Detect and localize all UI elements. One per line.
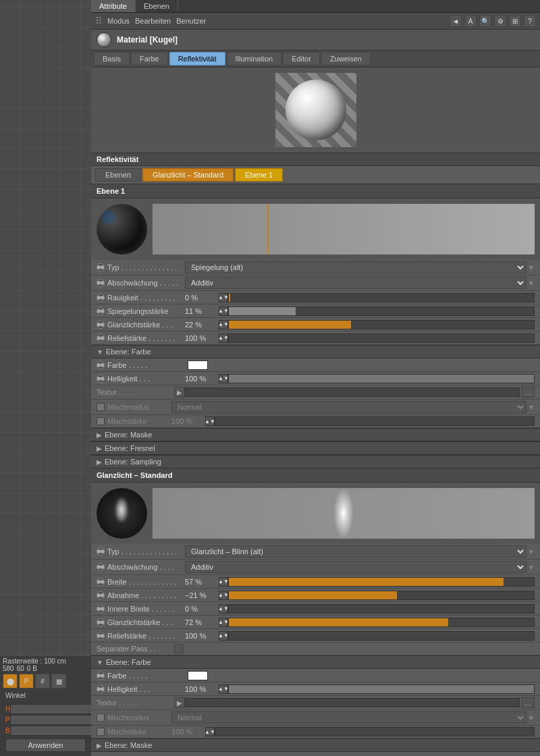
helligkeit1-slider[interactable]: [228, 374, 535, 383]
glanz-abschwachung-dropdown[interactable]: Additiv: [185, 561, 526, 573]
textur1-arrow-icon[interactable]: ▶: [174, 387, 185, 398]
toolbar-modus[interactable]: Modus: [107, 17, 130, 25]
innere-breite-slider[interactable]: [228, 604, 535, 614]
glanz-helligkeit-radio[interactable]: [97, 685, 105, 693]
toolbar-help-icon[interactable]: ?: [524, 15, 536, 27]
mischstarke1-checkbox[interactable]: [97, 417, 105, 425]
toolbar-bearbeiten[interactable]: Bearbeiten: [135, 17, 171, 25]
glanz-abschwachung-radio[interactable]: [97, 563, 105, 571]
glanz-mischmode-checkbox[interactable]: [97, 713, 105, 722]
glanz-typ-radio[interactable]: [97, 547, 105, 556]
angle-h-input[interactable]: 0 °: [10, 704, 91, 714]
farbe1-swatch[interactable]: [188, 360, 208, 370]
helligkeit1-stepper[interactable]: ▲▼: [219, 374, 228, 383]
ebene-fresnel-label: Ebene: Fresnel: [105, 444, 155, 452]
rauigkeit-stepper[interactable]: ▲▼: [219, 293, 228, 302]
innere-breite-stepper[interactable]: ▲▼: [219, 604, 228, 614]
glanz-mischstarke-checkbox[interactable]: [97, 728, 105, 736]
abnahme-stepper[interactable]: ▲▼: [219, 591, 228, 600]
tab-editor[interactable]: Editor: [283, 52, 320, 65]
abschwachung-radio[interactable]: [97, 279, 105, 287]
tab-illumination[interactable]: Illumination: [227, 52, 282, 65]
viewport-btn-4[interactable]: ▦: [51, 674, 66, 688]
viewport-btn-2[interactable]: P: [19, 674, 34, 688]
glanz-ebene-farbe-header[interactable]: ▼ Ebene: Farbe: [91, 655, 540, 669]
toolbar-benutzer[interactable]: Benutzer: [176, 17, 206, 25]
ebene-sampling-header[interactable]: ▶ Ebene: Sampling: [91, 455, 540, 468]
tab-basis[interactable]: Basis: [94, 52, 130, 65]
abnahme-slider[interactable]: [228, 591, 535, 600]
glanz-farbe-radio[interactable]: [97, 672, 105, 680]
ebene-maske-header[interactable]: ▶ Ebene: Maske: [91, 428, 540, 441]
toolbar-gear-icon[interactable]: ⚙: [494, 15, 506, 27]
glanzlichtstarke1-stepper[interactable]: ▲▼: [219, 320, 228, 329]
subtab-ebenen[interactable]: Ebenen: [95, 168, 141, 182]
abschwachung-dropdown[interactable]: Additiv: [185, 277, 526, 289]
glanz-farbe-swatch[interactable]: [188, 671, 208, 680]
rauigkeit-radio[interactable]: [97, 294, 105, 302]
abnahme-radio[interactable]: [97, 591, 105, 599]
toolbar-a-icon[interactable]: A: [464, 15, 477, 27]
mischmode1-dropdown[interactable]: Normal: [171, 401, 526, 413]
rauigkeit-slider[interactable]: [228, 293, 535, 302]
farbe1-radio[interactable]: [97, 361, 105, 369]
glanzlicht-preview: [91, 483, 540, 544]
tab-reflektivitat[interactable]: Reflektivität: [169, 52, 225, 65]
glanz-typ-dropdown[interactable]: Glanzlicht – Blinn (alt): [185, 545, 526, 558]
toolbar-search-icon[interactable]: 🔍: [479, 15, 491, 27]
spiegelungsstarke-slider[interactable]: [228, 306, 535, 316]
subtab-glanzlicht[interactable]: Glanzlicht – Standard: [142, 168, 234, 182]
glanz-helligkeit-value: 100 %: [185, 685, 219, 693]
reliefstarke1-radio[interactable]: [97, 334, 105, 342]
mischmode1-checkbox[interactable]: [97, 403, 105, 411]
mischstarke1-stepper[interactable]: ▲▼: [205, 416, 215, 426]
glanzlichtstarke2-radio[interactable]: [97, 618, 105, 626]
tab-ebenen[interactable]: Ebenen: [136, 0, 178, 12]
glanz-helligkeit-slider[interactable]: [228, 684, 535, 694]
glanzlichtstarke2-value: 72 %: [185, 618, 219, 626]
angle-p-input[interactable]: 0 °: [10, 715, 91, 725]
reliefstarke2-stepper[interactable]: ▲▼: [219, 631, 228, 641]
tab-zuweisen[interactable]: Zuweisen: [321, 52, 371, 65]
breite-radio[interactable]: [97, 578, 105, 586]
toolbar-back-icon[interactable]: ◄: [450, 15, 462, 27]
glanz-mischmode-dropdown[interactable]: Normal: [171, 711, 526, 724]
separater-pass-checkbox[interactable]: [174, 644, 184, 653]
ebene-farbe-header[interactable]: ▼ Ebene: Farbe: [91, 345, 540, 358]
glanz-mischstarke-stepper[interactable]: ▲▼: [205, 727, 215, 736]
ebene-fresnel-header[interactable]: ▶ Ebene: Fresnel: [91, 441, 540, 455]
breite-stepper[interactable]: ▲▼: [219, 577, 228, 587]
reliefstarke1-slider[interactable]: [228, 333, 535, 343]
toolbar-grid-icon[interactable]: ⊞: [509, 15, 521, 27]
typ-radio[interactable]: [97, 263, 105, 271]
glanzlichtstarke2-slider[interactable]: [228, 618, 535, 627]
glanz-mischstarke-slider[interactable]: [215, 727, 535, 736]
glanz-helligkeit-stepper[interactable]: ▲▼: [219, 684, 228, 694]
breite-slider[interactable]: [228, 577, 535, 587]
helligkeit1-radio[interactable]: [97, 375, 105, 383]
reliefstarke2-slider[interactable]: [228, 631, 535, 641]
viewport-btn-1[interactable]: ⬤: [3, 674, 18, 688]
typ-dropdown[interactable]: Spiegelung (alt): [185, 261, 526, 273]
spiegelungsstarke-radio[interactable]: [97, 307, 105, 315]
reliefstarke2-radio[interactable]: [97, 632, 105, 640]
subtab-ebene1[interactable]: Ebene 1: [235, 168, 283, 182]
glanzlichtstarke2-stepper[interactable]: ▲▼: [219, 618, 228, 627]
tab-attribute[interactable]: Attribute: [91, 0, 136, 12]
viewport-btn-3[interactable]: #: [35, 674, 50, 688]
spiegelungsstarke-stepper[interactable]: ▲▼: [219, 306, 228, 316]
reliefstarke1-stepper[interactable]: ▲▼: [219, 333, 228, 343]
glanzlicht-title: Glanzlicht – Standard: [91, 468, 540, 483]
material-preview[interactable]: [275, 73, 356, 147]
apply-button[interactable]: Anwenden: [5, 738, 86, 752]
glanz-ebene-maske-header[interactable]: ▶ Ebene: Maske: [91, 738, 540, 752]
mischstarke1-slider[interactable]: [215, 416, 535, 426]
tab-farbe[interactable]: Farbe: [131, 52, 168, 65]
angle-b-input[interactable]: 0 °: [10, 726, 91, 736]
glanz-textur-arrow-icon[interactable]: ▶: [174, 697, 185, 708]
textur1-btn[interactable]: …: [521, 387, 535, 398]
glanzlichtstarke1-slider[interactable]: [228, 320, 535, 329]
innere-breite-radio[interactable]: [97, 605, 105, 613]
glanz-textur-btn[interactable]: …: [521, 697, 535, 708]
glanzlichtstarke1-radio[interactable]: [97, 321, 105, 329]
